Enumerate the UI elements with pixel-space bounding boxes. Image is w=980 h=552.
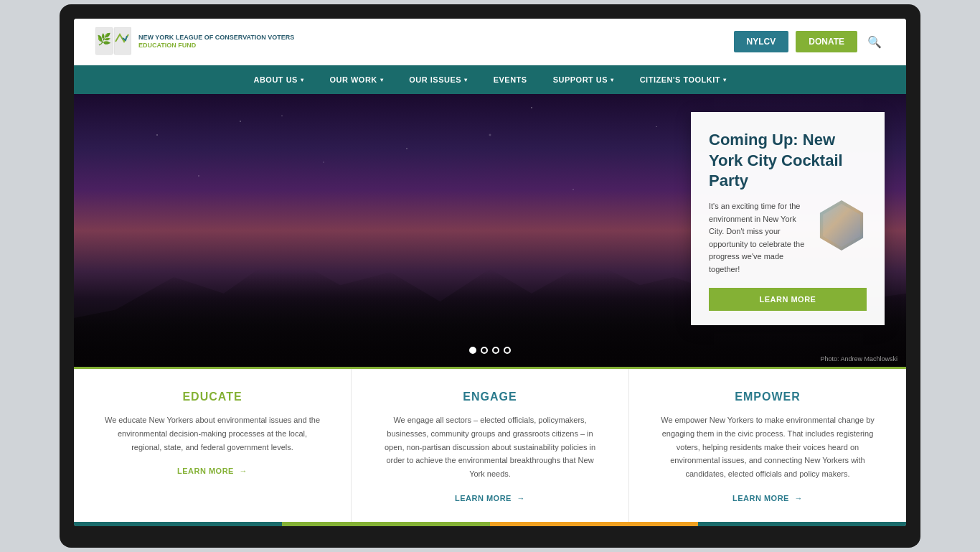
- nav-about-us[interactable]: ABOUT US ▾: [240, 65, 316, 94]
- empower-arrow-icon: →: [795, 494, 804, 502]
- hero-learn-more-button[interactable]: LEARN MORE: [709, 288, 867, 311]
- bottom-color-bar: [74, 522, 906, 526]
- empower-learn-more-link[interactable]: LEARN MORE →: [732, 494, 803, 502]
- educate-arrow-icon: →: [240, 467, 248, 475]
- laptop-frame: 🌿 NEW YORK LEAGUE OF CONSERVATION VOTERS…: [60, 4, 920, 547]
- slide-dot-1[interactable]: [469, 347, 476, 354]
- bar-segment-2: [282, 522, 490, 526]
- hero-card-text: It's an exciting time for the environmen…: [709, 200, 808, 276]
- logo-text: NEW YORK LEAGUE OF CONSERVATION VOTERS E…: [138, 34, 294, 50]
- main-nav: ABOUT US ▾ OUR WORK ▾ OUR ISSUES ▾: [74, 65, 906, 94]
- slide-dot-4[interactable]: [504, 347, 511, 354]
- engage-learn-more-link[interactable]: LEARN MORE →: [455, 494, 525, 502]
- nylcv-button[interactable]: NYLCV: [734, 31, 789, 52]
- our-issues-arrow-icon: ▾: [464, 77, 468, 83]
- slide-indicators: [469, 347, 511, 354]
- educate-text: We educate New Yorkers about environment…: [103, 413, 322, 454]
- nav-support-us[interactable]: SUPPORT US ▾: [540, 65, 627, 94]
- empower-title: EMPOWER: [658, 390, 877, 403]
- hero-section: Coming Up: New York City Cocktail Party …: [74, 94, 906, 367]
- donate-button[interactable]: DONATE: [796, 31, 857, 52]
- engage-text: We engage all sectors – elected official…: [380, 413, 600, 480]
- slide-dot-2[interactable]: [481, 347, 488, 354]
- logo-area: 🌿 NEW YORK LEAGUE OF CONSERVATION VOTERS…: [95, 27, 294, 56]
- site-header: 🌿 NEW YORK LEAGUE OF CONSERVATION VOTERS…: [74, 19, 906, 65]
- nav-citizens-toolkit[interactable]: CITIZEN'S TOOLKIT ▾: [627, 65, 740, 94]
- logo-icon: 🌿: [95, 27, 131, 56]
- educate-card: EDUCATE We educate New Yorkers about env…: [74, 369, 352, 521]
- educate-learn-more-link[interactable]: LEARN MORE →: [177, 467, 248, 475]
- bar-segment-4: [698, 522, 906, 526]
- search-button[interactable]: 🔍: [864, 32, 885, 52]
- search-icon: 🔍: [867, 36, 882, 48]
- photo-credit: Photo: Andrew Machlowski: [820, 355, 897, 362]
- our-work-arrow-icon: ▾: [380, 77, 384, 83]
- empower-card: EMPOWER We empower New Yorkers to make e…: [629, 369, 906, 521]
- nav-our-work[interactable]: OUR WORK ▾: [316, 65, 396, 94]
- educate-title: EDUCATE: [103, 390, 322, 403]
- nav-our-issues[interactable]: OUR ISSUES ▾: [396, 65, 480, 94]
- header-right: NYLCV DONATE 🔍: [734, 31, 885, 52]
- empower-text: We empower New Yorkers to make environme…: [658, 413, 877, 480]
- hero-card: Coming Up: New York City Cocktail Party …: [691, 112, 885, 324]
- hero-card-title: Coming Up: New York City Cocktail Party: [709, 130, 867, 192]
- bar-segment-3: [490, 522, 698, 526]
- svg-text:🌿: 🌿: [97, 32, 111, 46]
- engage-title: ENGAGE: [380, 390, 600, 403]
- hex-city-image: [816, 200, 867, 251]
- hero-card-body: It's an exciting time for the environmen…: [709, 200, 867, 276]
- bottom-cards: EDUCATE We educate New Yorkers about env…: [74, 367, 906, 521]
- support-us-arrow-icon: ▾: [611, 77, 614, 83]
- about-us-arrow-icon: ▾: [301, 77, 304, 83]
- engage-arrow-icon: →: [517, 494, 526, 502]
- laptop-screen: 🌿 NEW YORK LEAGUE OF CONSERVATION VOTERS…: [74, 19, 906, 525]
- nav-events[interactable]: EVENTS: [481, 65, 540, 94]
- hero-card-image: [816, 200, 867, 251]
- engage-card: ENGAGE We engage all sectors – elected o…: [352, 369, 629, 521]
- slide-dot-3[interactable]: [492, 347, 499, 354]
- citizens-toolkit-arrow-icon: ▾: [723, 77, 727, 83]
- bar-segment-1: [74, 522, 282, 526]
